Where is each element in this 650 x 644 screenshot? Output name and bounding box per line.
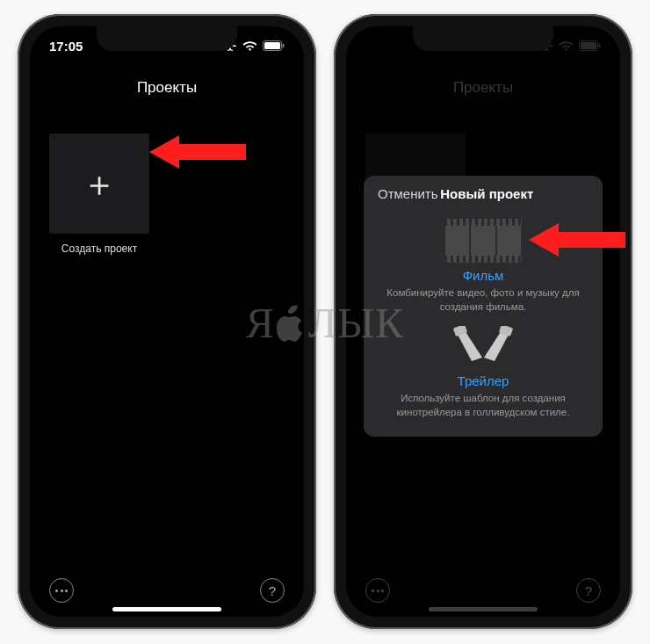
screen-right: Проекты ＋ ? Отменить [346,26,620,617]
battery-icon [263,40,285,51]
create-project-box[interactable]: ＋ [49,134,149,234]
wifi-icon [242,40,257,52]
home-indicator [112,607,221,611]
phone-frame-right: Проекты ＋ ? Отменить [334,14,632,629]
help-icon: ? [269,583,276,598]
new-project-sheet: Отменить Новый проект Фильм Комбинируйте… [364,176,603,437]
page-title: Проекты [30,72,304,111]
annotation-arrow-right [529,220,625,260]
bottom-toolbar: ? [30,578,304,603]
plus-icon: ＋ [82,166,117,201]
bottom-toolbar: ? [346,578,620,603]
screen-left: 17:05 Проекты ＋ [30,26,304,617]
sheet-header: Отменить Новый проект [378,186,589,206]
svg-rect-1 [264,42,280,49]
help-button[interactable]: ? [260,578,285,603]
page-title: Проекты [346,72,620,111]
trailer-label: Трейлер [378,373,589,388]
movie-description: Комбинируйте видео, фото и музыку для со… [378,286,589,314]
create-project-tile[interactable]: ＋ Создать проект [49,134,149,255]
trailer-description: Используйте шаблон для создания кинотрей… [378,392,589,419]
spotlights-icon [452,326,514,368]
help-icon: ? [585,583,592,598]
screenshot-stage: 17:05 Проекты ＋ [0,0,650,644]
notch [97,26,237,51]
phone-frame-left: 17:05 Проекты ＋ [18,14,316,629]
svg-rect-5 [599,44,601,47]
svg-marker-10 [149,135,246,169]
filmstrip-icon [444,219,522,263]
more-button[interactable] [49,578,74,603]
battery-icon [579,40,601,51]
svg-rect-4 [581,42,596,49]
home-indicator [429,607,538,611]
more-icon [55,590,68,592]
wifi-icon [559,40,574,52]
notch [413,26,553,51]
create-project-caption: Создать проект [49,242,149,255]
annotation-arrow-left [149,132,246,172]
sheet-title: Новый проект [386,186,589,201]
help-button[interactable]: ? [576,578,601,603]
movie-label: Фильм [378,268,589,283]
more-button[interactable] [365,578,390,603]
svg-marker-11 [529,223,625,257]
more-icon [372,590,384,592]
svg-rect-2 [283,44,285,47]
trailer-option[interactable]: Трейлер Используйте шаблон для создания … [378,326,589,419]
status-time: 17:05 [49,39,83,54]
